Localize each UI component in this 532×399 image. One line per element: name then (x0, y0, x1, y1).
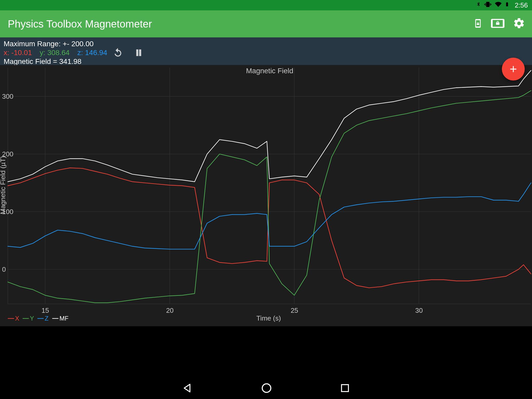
wifi-icon (494, 1, 502, 10)
fab-add-button[interactable] (502, 58, 525, 81)
svg-point-22 (262, 384, 271, 393)
chart-title: Magnetic Field (246, 67, 293, 75)
svg-text:25: 25 (291, 307, 298, 314)
legend-x: X (15, 315, 19, 322)
y-value: y: 308.64 (40, 49, 70, 57)
svg-rect-23 (342, 385, 349, 392)
legend-z: Z (45, 315, 49, 322)
series-mf (8, 70, 531, 182)
status-clock: 2:56 (515, 1, 528, 9)
recents-button[interactable] (340, 383, 350, 394)
android-status-bar: 2:56 (0, 0, 532, 10)
legend-mf: MF (59, 315, 69, 322)
chart-y-axis-label: Magnetic Field (µT) (0, 156, 7, 214)
svg-text:0: 0 (2, 265, 6, 273)
xyz-readout: x: -10.01 y: 308.64 z: 146.94 (4, 48, 108, 57)
home-button[interactable] (261, 382, 272, 395)
svg-text:15: 15 (42, 307, 49, 314)
z-value: z: 146.94 (77, 49, 107, 57)
series-x (8, 168, 531, 288)
app-bar: Physics Toolbox Magnetometer (0, 10, 532, 37)
pause-button[interactable] (128, 47, 149, 58)
app-title: Physics Toolbox Magnetometer (8, 18, 152, 30)
orientation-portrait-lock-icon[interactable] (473, 18, 483, 30)
svg-text:30: 30 (415, 307, 423, 314)
chart-area[interactable]: 010020030015202530Magnetic Field (µT)Tim… (0, 65, 532, 326)
series-z (8, 183, 531, 249)
magnetic-field-text: Magnetic Field = 341.98 (4, 57, 108, 66)
vibrate-icon (484, 1, 492, 10)
orientation-landscape-lock-icon[interactable] (491, 18, 504, 30)
battery-icon (505, 1, 509, 10)
chart-x-axis-label: Time (s) (256, 314, 281, 322)
android-nav-bar (0, 378, 532, 399)
max-range-text: Maximum Range: +- 200.00 (4, 39, 108, 48)
svg-text:20: 20 (166, 307, 174, 314)
gear-icon[interactable] (513, 17, 525, 31)
back-button[interactable] (182, 382, 193, 395)
bluetooth-icon (476, 1, 481, 10)
reset-button[interactable] (108, 47, 128, 58)
svg-text:300: 300 (2, 92, 13, 100)
series-y (8, 91, 531, 303)
sensor-readout-bar: Maximum Range: +- 200.00 x: -10.01 y: 30… (0, 37, 532, 65)
legend-y: Y (30, 315, 34, 322)
x-value: x: -10.01 (4, 49, 32, 57)
